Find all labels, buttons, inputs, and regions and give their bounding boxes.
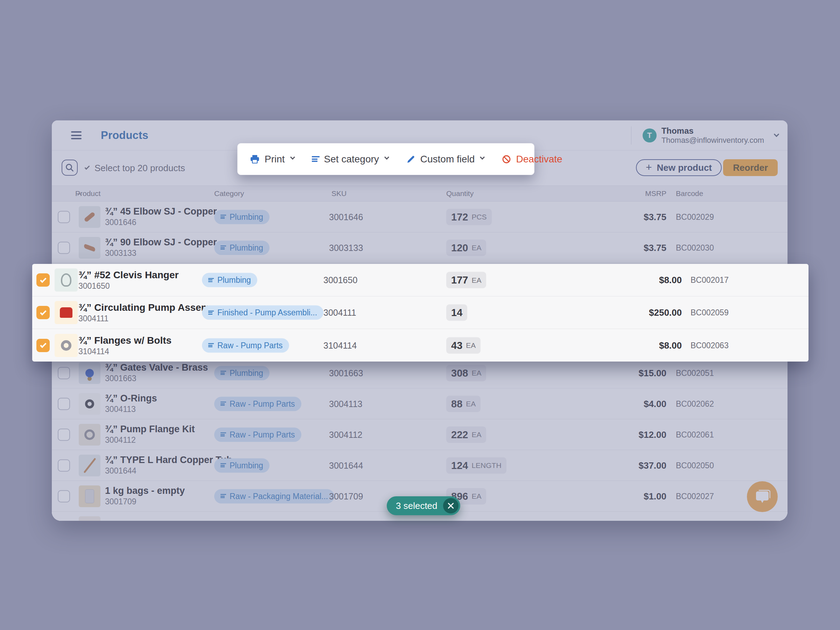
column-sku[interactable]: SKU xyxy=(332,189,346,198)
table-header: Product Category SKU Quantity MSRP Barco… xyxy=(52,185,788,202)
quantity-badge: 222EA xyxy=(446,426,486,443)
chevron-down-icon xyxy=(290,155,295,159)
row-checkbox[interactable] xyxy=(58,428,70,441)
product-image xyxy=(79,237,101,259)
selected-row[interactable]: ¾” Flanges w/ Bolts3104114 Raw - Pump Pa… xyxy=(32,329,808,362)
product-image xyxy=(79,424,101,445)
quantity-badge: 172PCS xyxy=(446,208,492,225)
row-checkbox[interactable] xyxy=(58,398,70,410)
category-icon xyxy=(221,433,226,437)
custom-field-button[interactable]: Custom field xyxy=(406,154,485,165)
product-image xyxy=(55,268,78,292)
chevron-down-icon xyxy=(384,155,389,159)
page-title: Products xyxy=(101,129,148,142)
quantity-badge: 88EA xyxy=(446,395,480,412)
chat-icon xyxy=(754,489,771,504)
product-image xyxy=(55,301,78,324)
printer-icon xyxy=(249,154,260,164)
row-checkbox[interactable] xyxy=(58,490,70,502)
category-chip[interactable]: Raw - Pump Parts xyxy=(214,427,302,442)
ban-icon xyxy=(502,154,512,164)
check-icon xyxy=(40,309,46,315)
quantity-badge: 177EA xyxy=(446,272,486,288)
row-checkbox[interactable] xyxy=(58,367,70,379)
search-icon xyxy=(65,163,74,172)
row-checkbox-checked[interactable] xyxy=(36,273,50,287)
table-row[interactable]: ¾” 45 Elbow SJ - Copper3001646 Plumbing … xyxy=(52,202,788,232)
row-checkbox[interactable] xyxy=(58,242,70,254)
table-row[interactable]: ¾” O-Rings3004113 Raw - Pump Parts 30041… xyxy=(52,388,788,419)
category-chip[interactable]: Plumbing xyxy=(214,210,270,224)
category-icon xyxy=(221,246,226,250)
chat-button[interactable] xyxy=(747,481,778,512)
product-image xyxy=(79,455,101,476)
pencil-icon xyxy=(406,154,416,164)
product-image xyxy=(79,485,101,507)
category-icon xyxy=(208,278,214,282)
row-checkbox[interactable] xyxy=(58,459,70,471)
bulk-action-toolbar: Print Set category Custom field Deactiva… xyxy=(237,143,534,175)
category-chip[interactable]: Raw - Pump Parts xyxy=(202,338,289,352)
selected-rows-panel: ¾” #52 Clevis Hanger3001650 Plumbing 300… xyxy=(32,264,808,362)
column-quantity[interactable]: Quantity xyxy=(446,189,474,198)
reorder-button[interactable]: Reorder xyxy=(723,159,778,176)
column-barcode[interactable]: Barcode xyxy=(676,189,703,198)
clear-selection-button[interactable] xyxy=(443,498,458,513)
category-chip[interactable]: Plumbing xyxy=(214,366,270,380)
chevron-down-icon xyxy=(480,155,485,159)
column-msrp[interactable]: MSRP xyxy=(645,189,666,198)
check-icon xyxy=(85,164,90,170)
category-icon xyxy=(221,371,226,375)
user-email: Thomas@inflowinventory.com xyxy=(662,136,764,145)
product-image xyxy=(55,334,78,357)
row-checkbox-checked[interactable] xyxy=(36,339,50,352)
select-top-hint[interactable]: Select top 20 products xyxy=(85,150,185,185)
chevron-down-icon xyxy=(774,132,780,137)
column-category[interactable]: Category xyxy=(214,189,244,198)
quantity-badge: 308EA xyxy=(446,365,486,381)
product-image xyxy=(79,393,101,415)
check-icon xyxy=(40,342,46,348)
category-icon xyxy=(221,463,226,467)
set-category-button[interactable]: Set category xyxy=(312,154,388,165)
category-icon xyxy=(221,215,226,219)
deactivate-button[interactable]: Deactivate xyxy=(502,154,562,165)
product-image xyxy=(79,362,101,384)
table-row[interactable]: ¾” Gates Valve - Brass3001663 Plumbing 3… xyxy=(52,358,788,388)
category-chip[interactable]: Raw - Packaging Material... xyxy=(214,489,334,503)
plus-icon: + xyxy=(646,162,652,172)
set-category-icon xyxy=(312,156,319,162)
row-checkbox-checked[interactable] xyxy=(36,306,50,319)
category-chip[interactable]: Plumbing xyxy=(214,458,270,472)
category-icon xyxy=(221,494,226,498)
menu-icon[interactable] xyxy=(71,131,82,140)
quantity-badge: 43EA xyxy=(446,337,480,354)
category-chip[interactable]: Raw - Pump Parts xyxy=(214,396,302,411)
check-icon xyxy=(40,276,46,283)
category-chip[interactable]: Finished - Pump Assembli... xyxy=(202,306,324,320)
category-icon xyxy=(208,343,214,347)
row-checkbox[interactable] xyxy=(58,211,70,223)
avatar: T xyxy=(643,128,657,142)
category-icon xyxy=(208,311,214,315)
quantity-badge: 124LENGTH xyxy=(446,457,507,474)
table-row[interactable]: ¾” Pump Flange Kit3004112 Raw - Pump Par… xyxy=(52,419,788,450)
quantity-badge: 14 xyxy=(446,305,467,321)
quantity-badge: 120EA xyxy=(446,239,486,256)
table-row[interactable]: ¾” TYPE L Hard Copper Tub...3001644 Plum… xyxy=(52,450,788,481)
user-name: Thomas xyxy=(662,126,764,136)
new-product-button[interactable]: + New product xyxy=(636,159,722,176)
selected-row[interactable]: ¾” Circulating Pump Assem...3004111 Fini… xyxy=(32,297,808,329)
selected-row[interactable]: ¾” #52 Clevis Hanger3001650 Plumbing 300… xyxy=(32,264,808,297)
category-icon xyxy=(221,402,226,406)
category-chip[interactable]: Plumbing xyxy=(214,240,270,255)
product-image xyxy=(79,516,101,521)
header-divider xyxy=(631,126,632,145)
print-button[interactable]: Print xyxy=(249,154,294,165)
table-row[interactable]: ¾” 90 Elbow SJ - Copper3003133 Plumbing … xyxy=(52,232,788,263)
category-chip[interactable]: Plumbing xyxy=(202,273,257,287)
user-menu[interactable]: T Thomas Thomas@inflowinventory.com xyxy=(631,120,778,150)
column-product[interactable]: Product xyxy=(75,189,82,198)
search-button[interactable] xyxy=(62,159,78,176)
selection-count-pill: 3 selected xyxy=(387,496,460,515)
